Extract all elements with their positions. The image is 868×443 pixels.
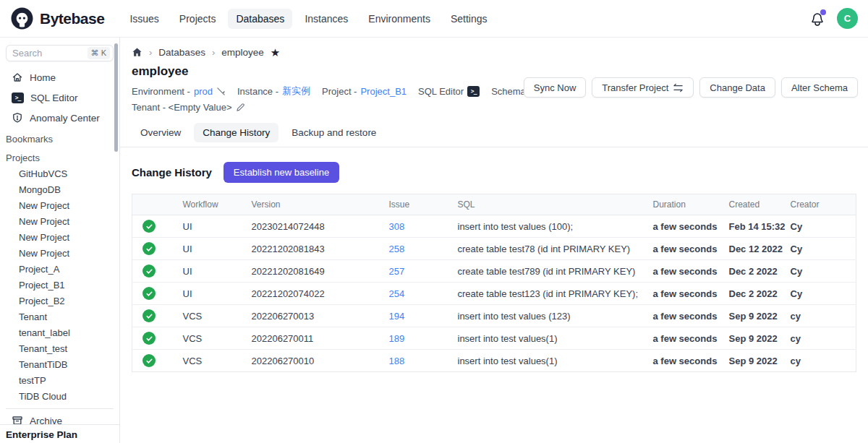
change-data-button[interactable]: Change Data — [699, 77, 775, 98]
pen-icon[interactable] — [216, 87, 226, 96]
favorite-star-icon[interactable]: ★ — [271, 47, 280, 58]
column-header[interactable]: Workflow — [177, 194, 246, 215]
version-cell: 202206270011 — [246, 327, 383, 350]
instance-meta: Instance - 新实例 — [237, 85, 310, 98]
user-avatar[interactable]: C — [837, 8, 858, 29]
sidebar-project-item[interactable]: GitHubVCS — [0, 165, 119, 181]
tab[interactable]: Backup and restore — [283, 123, 385, 142]
sidebar-project-item[interactable]: testTP — [0, 372, 119, 388]
table-row[interactable]: VCS 202206270011 189 insert into test va… — [132, 327, 856, 350]
table-row[interactable]: UI 20230214072448 308 insert into test v… — [132, 215, 856, 238]
pencil-icon[interactable] — [236, 103, 245, 112]
sidebar-project-item[interactable]: New Project — [0, 213, 119, 229]
top-nav-item[interactable]: Databases — [228, 9, 292, 29]
duration-cell: a few seconds — [647, 283, 723, 305]
issue-link[interactable]: 254 — [389, 288, 405, 299]
chevron-right-icon: › — [149, 47, 152, 58]
sidebar-item-sql-editor[interactable]: >_ SQL Editor — [0, 87, 119, 108]
alter-schema-label: Alter Schema — [791, 82, 848, 93]
tenant-label: Tenant - <Empty Value> — [132, 102, 232, 113]
home-icon — [12, 72, 23, 83]
terminal-icon: >_ — [12, 93, 24, 103]
issue-link[interactable]: 258 — [389, 244, 405, 254]
column-header[interactable]: Version — [246, 194, 383, 215]
sidebar-project-item[interactable]: Project_B2 — [0, 293, 119, 309]
created-cell: Sep 9 2022 — [723, 350, 785, 372]
issue-link[interactable]: 194 — [389, 311, 405, 322]
tab[interactable]: Overview — [132, 123, 190, 142]
tenant-meta: Tenant - <Empty Value> — [132, 102, 245, 113]
issue-link[interactable]: 188 — [389, 356, 405, 366]
sidebar-project-item[interactable]: TiDB Cloud — [0, 388, 119, 404]
transfer-project-label: Transfer Project — [602, 82, 668, 93]
table-row[interactable]: UI 20221202074022 254 create table test1… — [132, 283, 856, 305]
table-row[interactable]: VCS 202206270010 188 insert into test va… — [132, 350, 856, 372]
tab[interactable]: Change History — [194, 123, 278, 142]
top-nav-item[interactable]: Settings — [443, 9, 495, 29]
sql-cell: insert into test values(1) — [452, 327, 647, 350]
sidebar-project-item[interactable]: New Project — [0, 229, 119, 245]
notifications-bell-icon[interactable] — [809, 11, 825, 27]
issue-link[interactable]: 257 — [389, 266, 405, 277]
sql-cell: insert into test values (100); — [452, 215, 647, 238]
duration-cell: a few seconds — [647, 260, 723, 283]
home-icon[interactable] — [132, 47, 142, 58]
sidebar-project-item[interactable]: New Project — [0, 197, 119, 213]
sidebar-project-item[interactable]: New Project — [0, 245, 119, 261]
sidebar-project-item[interactable]: tenant_label — [0, 324, 119, 340]
sidebar-project-item[interactable]: Tenant_test — [0, 340, 119, 356]
top-navigation: IssuesProjectsDatabasesInstancesEnvironm… — [122, 9, 495, 29]
created-cell: Sep 9 2022 — [723, 327, 785, 350]
workflow-cell: VCS — [177, 327, 246, 350]
column-header[interactable]: Creator — [785, 194, 856, 215]
sql-cell: create table test789 (id int PRIMARY KEY… — [452, 260, 647, 283]
table-row[interactable]: UI 20221202081649 257 create table test7… — [132, 260, 856, 283]
instance-link[interactable]: 新实例 — [282, 85, 310, 98]
creator-cell: cy — [785, 350, 856, 372]
sidebar-project-item[interactable]: Tenant — [0, 309, 119, 324]
version-cell: 202206270013 — [246, 305, 383, 327]
column-header[interactable]: SQL — [452, 194, 647, 215]
issue-link[interactable]: 308 — [389, 221, 405, 232]
search-box[interactable]: ⌘ K — [6, 45, 114, 61]
column-header[interactable]: Duration — [647, 194, 723, 215]
transfer-project-button[interactable]: Transfer Project — [592, 77, 694, 98]
table-row[interactable]: UI 20221202081843 258 create table test7… — [132, 238, 856, 260]
sidebar-item-home[interactable]: Home — [0, 67, 119, 87]
column-header[interactable] — [132, 194, 177, 215]
creator-cell: cy — [785, 327, 856, 350]
establish-baseline-button[interactable]: Establish new baseline — [224, 162, 339, 183]
sidebar-project-item[interactable]: TenantTiDB — [0, 356, 119, 372]
column-header[interactable]: Created — [723, 194, 785, 215]
breadcrumb: › Databases › employee ★ — [132, 47, 856, 58]
bytebase-logo[interactable]: Bytebase — [10, 7, 104, 30]
project-link[interactable]: Project_B1 — [360, 86, 407, 97]
created-cell: Dec 12 2022 — [723, 238, 785, 260]
version-cell: 20221202074022 — [246, 283, 383, 305]
created-cell: Sep 9 2022 — [723, 305, 785, 327]
sidebar-project-item[interactable]: Project_A — [0, 261, 119, 277]
sidebar: ⌘ K Home >_ SQL Editor — [0, 38, 120, 443]
instance-label: Instance - — [237, 86, 278, 97]
issue-link[interactable]: 189 — [389, 333, 405, 344]
column-header[interactable]: Issue — [383, 194, 452, 215]
breadcrumb-employee[interactable]: employee — [221, 47, 264, 58]
environment-link[interactable]: prod — [194, 86, 213, 97]
sidebar-item-anomaly-center[interactable]: Anomaly Center — [0, 108, 119, 128]
transfer-arrows-icon — [673, 83, 684, 93]
sidebar-scrollbar[interactable] — [114, 43, 118, 152]
top-nav-item[interactable]: Projects — [171, 9, 224, 29]
sync-now-button[interactable]: Sync Now — [524, 77, 587, 98]
sidebar-project-item[interactable]: Project_B1 — [0, 277, 119, 293]
table-header-row: WorkflowVersionIssueSQLDurationCreatedCr… — [132, 194, 856, 215]
table-row[interactable]: VCS 202206270013 194 insert into test va… — [132, 305, 856, 327]
sidebar-project-item[interactable]: MongoDB — [0, 181, 119, 197]
sql-cell: create table test78 (id int PRIMARY KEY) — [452, 238, 647, 260]
top-nav-item[interactable]: Issues — [122, 9, 166, 29]
alter-schema-button[interactable]: Alter Schema — [781, 77, 858, 98]
top-nav-item[interactable]: Instances — [297, 9, 356, 29]
sql-editor-shortcut[interactable]: SQL Editor >_ — [418, 86, 480, 97]
search-input[interactable] — [12, 48, 77, 59]
top-nav-item[interactable]: Environments — [360, 9, 438, 29]
breadcrumb-databases[interactable]: Databases — [158, 47, 205, 58]
